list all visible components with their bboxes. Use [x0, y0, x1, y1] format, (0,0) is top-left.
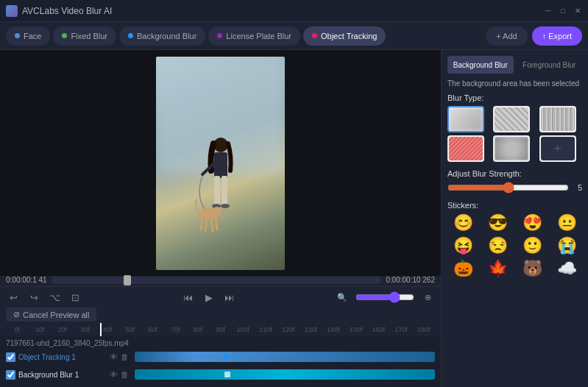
svg-line-9 [201, 219, 202, 230]
time-start: 0:00:00:1 41 [6, 276, 47, 284]
video-frame [156, 57, 285, 270]
tab-object-tracking[interactable]: Object Tracking [303, 26, 386, 46]
zoom-reset-button[interactable]: ⊕ [420, 290, 435, 305]
sticker-smile-button[interactable]: 😊 [447, 213, 478, 232]
blur-preview-3 [541, 107, 575, 131]
close-button[interactable]: ✕ [573, 7, 582, 15]
blur-preview-5 [495, 137, 528, 160]
sticker-bear-button[interactable]: 🐻 [517, 259, 548, 278]
svg-rect-3 [222, 176, 227, 205]
maximize-button[interactable]: □ [559, 7, 567, 15]
zoom-out-icon[interactable]: 🔍 [335, 290, 350, 305]
trim-button[interactable]: ⊡ [68, 290, 82, 305]
add-button[interactable]: + Add [486, 26, 527, 46]
export-button[interactable]: ↑ Export [532, 26, 582, 46]
track-1-delete-button[interactable]: 🗑 [121, 352, 129, 361]
blur-type-6-button[interactable]: + [539, 135, 576, 162]
track-2-name[interactable]: Background Blur 1 [18, 371, 107, 379]
video-preview[interactable] [0, 50, 441, 276]
ruler-mark: 40f [96, 326, 119, 333]
ruler-mark: 20f [51, 326, 74, 333]
blur-preview-6: + [541, 137, 575, 160]
sticker-pumpkin-button[interactable]: 🎃 [447, 259, 478, 278]
blur-types: + [447, 106, 582, 162]
ruler-mark: 180f [412, 326, 435, 333]
track-1-eye-button[interactable]: 👁 [110, 352, 118, 361]
blur-type-5-button[interactable] [493, 135, 530, 162]
ruler-mark: 170f [390, 326, 413, 333]
minimize-button[interactable]: ─ [544, 7, 553, 15]
time-end: 0:00:00:10 262 [386, 276, 435, 284]
stickers-grid: 😊 😎 😍 😐 😝 😒 🙂 😭 🎃 🍁 🐻 ☁️ [447, 213, 582, 278]
track-row: Object Tracking 1 👁 🗑 [6, 349, 435, 365]
ruler-mark: 110f [255, 326, 277, 333]
license-dot [217, 33, 222, 38]
ruler-mark: 100f [232, 326, 255, 333]
undo-button[interactable]: ↩ [6, 290, 21, 305]
blur-preview-2 [495, 107, 528, 131]
track-1-name[interactable]: Object Tracking 1 [18, 353, 107, 361]
strength-slider[interactable] [447, 182, 569, 194]
tab-license-plate[interactable]: License Plate Blur [208, 26, 300, 46]
split-button[interactable]: ⌥ [47, 290, 62, 305]
blur-type-1-button[interactable] [447, 106, 484, 132]
sticker-neutral-button[interactable]: 😐 [551, 213, 582, 232]
strength-label: Adjust Blur Strength: [447, 169, 582, 178]
bg-blur-dot [128, 33, 133, 38]
scrubber-track[interactable] [52, 277, 382, 284]
svg-point-5 [221, 204, 230, 208]
svg-line-12 [216, 219, 217, 230]
sticker-cry-button[interactable]: 😭 [551, 236, 582, 255]
strength-row: 5 [447, 182, 582, 194]
track-2-eye-button[interactable]: 👁 [110, 370, 118, 379]
blur-type-2-button[interactable] [493, 106, 530, 132]
skip-back-button[interactable]: ⏮ [181, 290, 196, 305]
sticker-slight-smile-button[interactable]: 🙂 [517, 236, 548, 255]
main: 0:00:00:1 41 0:00:00:10 262 ↩ ↪ ⌥ ⊡ ⏮ ▶ … [0, 50, 588, 387]
tab-fixed-blur[interactable]: Fixed Blur [53, 26, 116, 46]
blur-type-3-button[interactable] [539, 106, 576, 132]
foreground-blur-tab[interactable]: Foreground Blur [517, 56, 583, 74]
left-panel: 0:00:00:1 41 0:00:00:10 262 ↩ ↪ ⌥ ⊡ ⏮ ▶ … [0, 50, 441, 387]
track-2-delete-button[interactable]: 🗑 [121, 370, 129, 379]
scrubber-thumb[interactable] [124, 275, 131, 285]
ruler-mark: 10f [29, 326, 52, 333]
ruler-mark: 60f [141, 326, 164, 333]
track-2-checkbox[interactable] [6, 370, 15, 380]
sticker-leaf-button[interactable]: 🍁 [482, 259, 513, 278]
timeline-controls: ↩ ↪ ⌥ ⊡ ⏮ ▶ ⏭ 🔍 ⊕ ⊘ Cancel Preview all [0, 286, 441, 323]
ruler-mark: 90f [209, 326, 232, 333]
video-figure [195, 130, 247, 248]
svg-rect-2 [214, 176, 220, 205]
fixed-blur-dot [62, 33, 67, 38]
sticker-cloud-button[interactable]: ☁️ [551, 259, 582, 278]
sticker-cool-button[interactable]: 😎 [482, 213, 513, 232]
app-logo [6, 5, 18, 17]
tab-background-blur[interactable]: Background Blur [119, 26, 205, 46]
right-panel: Background Blur Foreground Blur The back… [441, 50, 588, 387]
sticker-tongue-button[interactable]: 😝 [447, 236, 478, 255]
skip-forward-button[interactable]: ⏭ [222, 290, 237, 305]
title-bar-left: AVCLabs Video Blur AI [6, 5, 112, 17]
ruler-mark: 140f [322, 326, 345, 333]
redo-button[interactable]: ↪ [26, 290, 41, 305]
title-bar-controls: ─ □ ✕ [544, 7, 582, 15]
toolbar: Face Fixed Blur Background Blur License … [0, 22, 588, 50]
blur-type-4-button[interactable] [447, 135, 484, 162]
sticker-heart-button[interactable]: 😍 [517, 213, 548, 232]
tab-face[interactable]: Face [6, 26, 50, 46]
ruler-mark: 0f [6, 326, 29, 333]
tracks-area: 7197661-uhd_2160_3840_25fps.mp4 Object T… [0, 336, 441, 387]
svg-rect-1 [214, 152, 227, 178]
track-1-checkbox[interactable] [6, 352, 15, 362]
play-button[interactable]: ▶ [202, 290, 216, 305]
cancel-preview-button[interactable]: ⊘ Cancel Preview all [6, 308, 96, 322]
blur-preview-1 [449, 107, 483, 131]
ruler-mark: 150f [344, 326, 367, 333]
zoom-slider[interactable] [355, 291, 414, 303]
track-1-icons: 👁 🗑 [110, 352, 129, 361]
sticker-unamused-button[interactable]: 😒 [482, 236, 513, 255]
filename-label: 7197661-uhd_2160_3840_25fps.mp4 [6, 339, 129, 347]
title-bar-title: AVCLabs Video Blur AI [22, 6, 112, 16]
background-blur-tab[interactable]: Background Blur [447, 56, 514, 74]
